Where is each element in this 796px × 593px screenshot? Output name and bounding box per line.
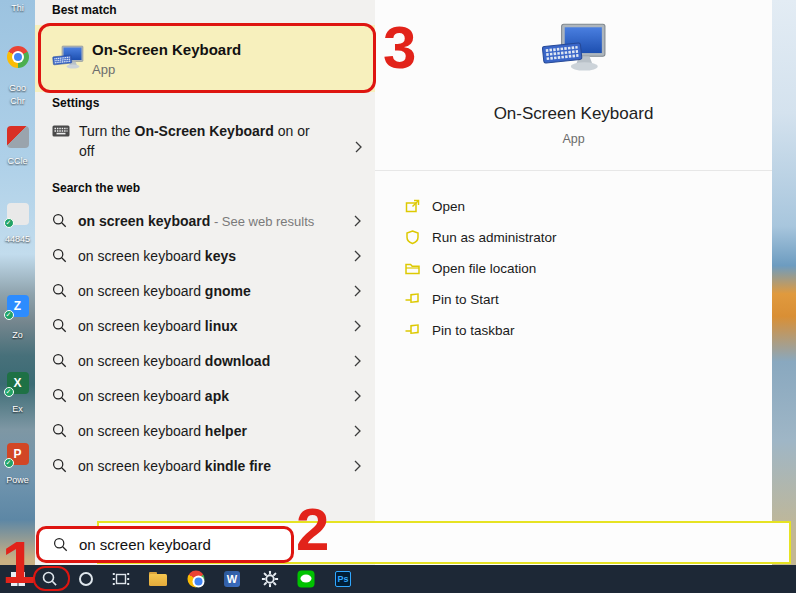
web-suggestion-item[interactable]: on screen keyboard - See web results [35,203,375,238]
on-screen-keyboard-icon [52,45,84,73]
action-open[interactable]: Open [375,191,772,222]
on-screen-keyboard-icon [541,22,607,80]
chevron-right-icon [354,249,362,263]
chevron-right-icon [354,459,362,473]
gear-icon [262,571,279,588]
line-button[interactable] [298,571,315,588]
excel-icon: X✓ [7,372,29,394]
desktop-background-left: Thi Goo Chr CCle ✓ 44845 Z✓ Zo X✓ Ex P✓ … [0,0,35,565]
line-icon [298,571,315,588]
pin-icon [404,291,421,308]
settings-result-item[interactable]: Turn the On-Screen Keyboard on or off [35,113,375,173]
search-icon [42,571,59,588]
powerpoint-icon: P✓ [7,443,29,465]
settings-button[interactable] [262,571,279,588]
search-icon [52,248,68,264]
app-actions-list: Open Run as administrator Open file loca… [375,191,772,346]
desktop-label-this-pc: Thi [0,3,35,13]
search-icon [52,283,68,299]
taskbar-search-button[interactable] [42,571,59,588]
action-run-as-administrator[interactable]: Run as administrator [375,222,772,253]
web-suggestion-item[interactable]: on screen keyboard kindle fire [35,448,375,483]
ccleaner-icon [7,126,29,148]
photoshop-icon: Ps [335,571,351,587]
chevron-right-icon [354,284,362,298]
action-pin-to-taskbar[interactable]: Pin to taskbar [375,315,772,346]
web-suggestion-item[interactable]: on screen keyboard gnome [35,273,375,308]
desktop-icon-powerpoint[interactable]: P✓ [4,443,31,465]
web-suggestion-item[interactable]: on screen keyboard download [35,343,375,378]
web-suggestions-list: on screen keyboard - See web results on … [35,203,375,483]
search-web-header: Search the web [52,181,140,195]
settings-header: Settings [52,96,99,110]
desktop-label-powerpoint: Powe [0,475,35,485]
chrome-button[interactable] [188,571,205,588]
desktop-icon-ccleaner[interactable] [4,126,31,148]
desktop-label-excel: Ex [0,404,35,414]
web-suggestion-item[interactable]: on screen keyboard linux [35,308,375,343]
chrome-icon [7,46,29,68]
desktop-label-chrome: Chr [0,96,35,106]
search-icon [53,537,69,553]
task-view-button[interactable] [112,571,130,587]
search-icon [52,213,68,229]
search-results-panel: Best match On-Screen Keyboard App Settin… [35,0,375,565]
desktop-label-google: Goo [0,83,35,93]
desktop-icon-excel[interactable]: X✓ [4,372,31,394]
preview-title: On-Screen Keyboard [375,104,772,124]
photoshop-button[interactable]: Ps [335,571,351,587]
search-icon [52,388,68,404]
app-preview-panel: On-Screen Keyboard App Open Run as admin… [375,0,772,521]
chrome-icon [188,571,205,588]
chevron-right-icon [354,214,362,228]
chevron-right-icon [354,424,362,438]
preview-app-icon-wrap [375,22,772,80]
desktop-label-number: 44845 [0,234,35,244]
chevron-right-icon [354,389,362,403]
sync-check-icon: ✓ [4,387,14,397]
chevron-right-icon [355,140,363,154]
word-button[interactable]: W [224,571,240,587]
action-open-file-location[interactable]: Open file location [375,253,772,284]
web-suggestion-item[interactable]: on screen keyboard keys [35,238,375,273]
search-input[interactable] [79,536,269,553]
file-explorer-button[interactable] [149,572,167,586]
sync-check-icon: ✓ [4,310,14,320]
best-match-subtitle: App [92,62,241,77]
folder-icon [149,572,167,586]
desktop-icon-chrome[interactable] [4,46,31,68]
divider [375,170,772,171]
search-icon [52,423,68,439]
sync-check-icon: ✓ [4,458,14,468]
folder-icon [404,260,421,277]
taskbar: W Ps [0,565,796,593]
search-input-box[interactable] [36,526,294,563]
web-suggestion-item[interactable]: on screen keyboard apk [35,378,375,413]
preview-subtitle: App [375,132,772,146]
cortana-button[interactable] [78,571,95,588]
shield-icon [404,229,421,246]
web-suggestion-item[interactable]: on screen keyboard helper [35,413,375,448]
best-match-result[interactable]: On-Screen Keyboard App [35,25,375,92]
keyboard-icon [52,125,70,137]
settings-result-label: Turn the On-Screen Keyboard on or off [79,121,317,173]
windows-logo-icon [11,572,26,587]
action-pin-to-start[interactable]: Pin to Start [375,284,772,315]
best-match-title: On-Screen Keyboard [92,41,241,58]
desktop-label-ccleaner: CCle [0,156,35,166]
desktop-icon-app[interactable]: ✓ [4,203,31,225]
chevron-right-icon [354,354,362,368]
desktop-icon-zoom[interactable]: Z✓ [4,295,31,317]
desktop-label-zoom: Zo [0,330,35,340]
best-match-header: Best match [52,3,117,17]
zoom-icon: Z✓ [7,295,29,317]
search-icon [52,318,68,334]
sync-check-icon: ✓ [4,218,14,228]
start-button[interactable] [11,572,26,587]
desktop-background-right [772,0,796,565]
open-icon [404,198,421,215]
word-icon: W [224,571,240,587]
chevron-right-icon [354,319,362,333]
task-view-icon [112,571,130,587]
app-icon: ✓ [7,203,29,225]
